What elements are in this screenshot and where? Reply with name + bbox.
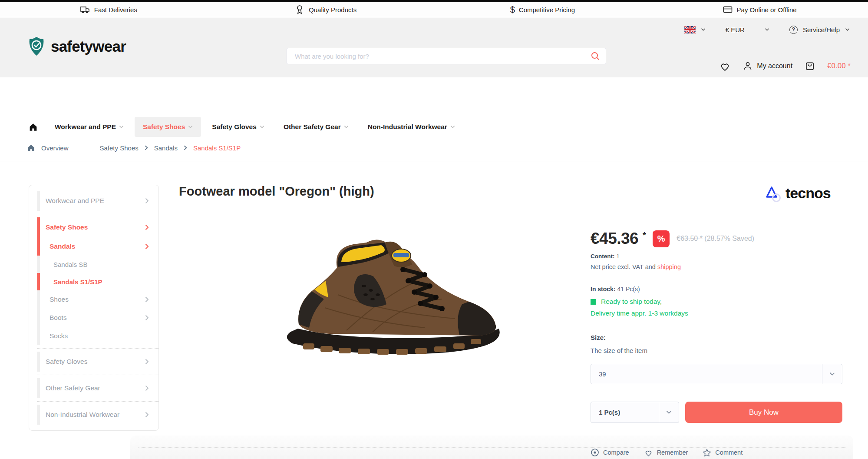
sidebar-item-sandals[interactable]: Sandals <box>29 237 158 256</box>
breadcrumb-sandals-s1s1p[interactable]: Sandals S1/S1P <box>193 144 241 152</box>
nav-item-other-safety-gear[interactable]: Other Safety Gear <box>275 117 357 137</box>
chevron-down-icon <box>822 364 842 384</box>
nav-item-non-industrial[interactable]: Non-Industrial Workwear <box>360 117 463 137</box>
chevron-right-icon <box>145 198 149 204</box>
chevron-right-icon <box>145 243 149 249</box>
service-help-menu[interactable]: ? Service/Help <box>789 26 850 34</box>
comment-action[interactable]: Comment <box>703 449 743 457</box>
wishlist-heart-icon[interactable] <box>719 61 731 72</box>
breadcrumb-safety-shoes[interactable]: Safety Shoes <box>100 144 139 152</box>
benefit-label: Competitive Pricing <box>519 6 575 13</box>
search-bar <box>287 48 606 64</box>
compare-icon <box>591 448 599 457</box>
breadcrumb-sandals[interactable]: Sandals <box>154 144 178 152</box>
my-account-link[interactable]: My account <box>743 61 792 71</box>
product-image[interactable] <box>273 230 509 356</box>
delivery-text: Delivery time appr. 1-3 workdays <box>591 309 842 317</box>
page-title: Footwear model "Oregon" (high) <box>179 184 374 199</box>
category-sidebar: Workwear and PPE Safety Shoes Sandals Sa… <box>29 185 159 431</box>
breadcrumb-overview[interactable]: Overview <box>41 144 69 152</box>
action-label: Compare <box>603 449 629 456</box>
section-divider <box>0 162 868 162</box>
shipping-link[interactable]: shipping <box>657 263 681 270</box>
home-icon[interactable] <box>27 144 35 152</box>
award-icon <box>294 4 305 15</box>
chevron-right-icon <box>145 296 149 303</box>
sidebar-item-label: Safety Gloves <box>46 358 88 366</box>
search-input[interactable] <box>287 53 585 60</box>
sidebar-item-sandals-s1s1p[interactable]: Sandals S1/S1P <box>29 273 158 290</box>
nav-label: Non-Industrial Workwear <box>368 123 447 131</box>
search-icon <box>591 51 600 61</box>
sidebar-item-boots[interactable]: Boots <box>29 309 158 327</box>
sidebar-item-label: Non-Industrial Workwear <box>46 411 119 419</box>
product-info: €45.36 * % €63.50 * (28.57% Saved) Conte… <box>591 230 842 423</box>
currency-selector[interactable]: € EUR <box>726 26 769 33</box>
truck-icon <box>80 4 90 15</box>
ready-row: Ready to ship today, <box>591 298 842 306</box>
size-select[interactable]: 39 <box>591 364 842 384</box>
net-price-row: Net price excl. VAT and shipping <box>591 263 842 270</box>
nav-item-workwear-ppe[interactable]: Workwear and PPE <box>46 117 132 137</box>
home-icon[interactable] <box>23 123 44 131</box>
sidebar-item-shoes[interactable]: Shoes <box>29 290 158 309</box>
benefit-competitive-pricing: $ Competitive Pricing <box>434 5 651 14</box>
credit-card-icon <box>723 4 733 15</box>
sidebar-item-other-safety-gear[interactable]: Other Safety Gear <box>29 378 158 398</box>
net-price-text: Net price excl. VAT and <box>591 263 656 270</box>
nav-item-safety-shoes[interactable]: Safety Shoes <box>135 117 201 137</box>
star-icon <box>703 449 711 457</box>
stock-row: In stock: 41 Pc(s) <box>591 286 842 293</box>
tecnos-logo-icon <box>763 183 784 203</box>
size-description: The size of the item <box>591 347 842 354</box>
search-button[interactable] <box>585 48 606 64</box>
chevron-down-icon <box>344 125 349 129</box>
remember-action[interactable]: Remember <box>644 449 688 457</box>
sidebar-item-sandals-sb[interactable]: Sandals SB <box>29 256 158 273</box>
sidebar-item-safety-gloves[interactable]: Safety Gloves <box>29 352 158 372</box>
language-selector[interactable] <box>684 26 706 33</box>
manufacturer-logo[interactable]: tecnos <box>763 183 831 203</box>
benefit-label: Quality Products <box>309 6 356 13</box>
sidebar-item-workwear-ppe[interactable]: Workwear and PPE <box>29 191 158 211</box>
heart-icon <box>644 449 653 457</box>
chevron-down-icon <box>260 125 264 129</box>
main-navigation: Workwear and PPE Safety Shoes Safety Glo… <box>23 116 463 138</box>
content-label: Content: <box>591 253 614 259</box>
chevron-down-icon <box>188 125 193 129</box>
sidebar-item-label: Sandals SB <box>53 261 87 268</box>
sidebar-divider <box>37 214 158 214</box>
cart-bag-icon[interactable] <box>804 60 815 72</box>
sidebar-item-label: Shoes <box>50 296 69 303</box>
shield-check-icon <box>27 36 46 57</box>
cart-total[interactable]: €0.00 * <box>827 62 851 70</box>
brand-logo[interactable]: safetywear <box>27 36 126 57</box>
size-value: 39 <box>591 370 606 378</box>
benefit-label: Pay Online or Offline <box>737 6 797 13</box>
chevron-down-icon <box>845 28 850 31</box>
chevron-right-icon <box>145 315 149 321</box>
buy-now-button[interactable]: Buy Now <box>685 402 842 423</box>
brand-name: safetywear <box>51 38 126 55</box>
chevron-down-icon <box>450 125 455 129</box>
quantity-value: 1 Pc(s) <box>591 409 620 416</box>
sidebar-item-socks[interactable]: Socks <box>29 327 158 345</box>
sidebar-item-label: Workwear and PPE <box>46 197 104 205</box>
chevron-right-icon <box>145 359 149 365</box>
quantity-select[interactable]: 1 Pc(s) <box>591 402 679 423</box>
green-square-icon <box>591 299 596 305</box>
content-value: 1 <box>616 253 620 259</box>
stock-value: 41 Pc(s) <box>617 286 640 293</box>
compare-action[interactable]: Compare <box>591 448 629 457</box>
chevron-right-icon <box>145 224 149 230</box>
sidebar-item-label: Other Safety Gear <box>46 384 100 392</box>
manufacturer-name: tecnos <box>785 185 831 202</box>
sidebar-item-safety-shoes[interactable]: Safety Shoes <box>29 217 158 237</box>
bottom-panel <box>130 436 853 459</box>
ready-text: Ready to ship today, <box>601 298 662 306</box>
sidebar-divider <box>37 375 158 375</box>
chevron-down-icon <box>659 402 679 422</box>
sidebar-item-non-industrial[interactable]: Non-Industrial Workwear <box>29 405 158 425</box>
nav-item-safety-gloves[interactable]: Safety Gloves <box>204 117 273 137</box>
content-row: Content: 1 <box>591 253 842 259</box>
